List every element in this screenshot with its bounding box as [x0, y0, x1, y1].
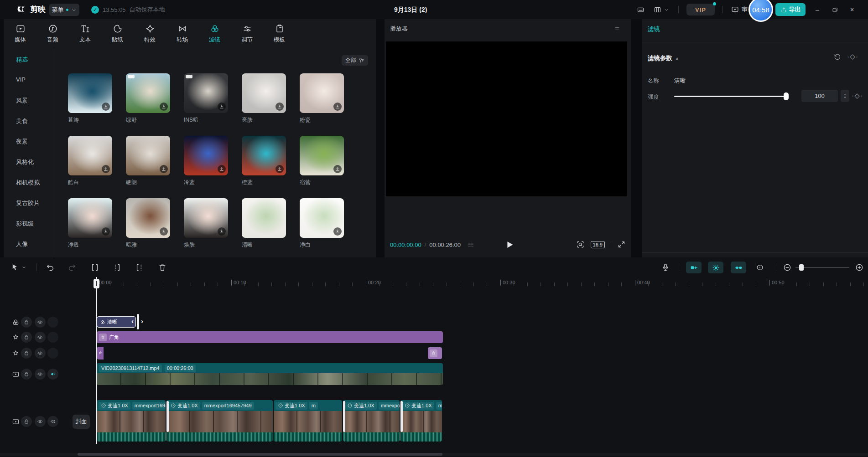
- sidebar-item-VIP[interactable]: VIP: [16, 76, 26, 83]
- filter-card-INS暗[interactable]: INS暗: [184, 73, 228, 124]
- filter-thumbnail[interactable]: [184, 73, 228, 113]
- filter-card-清晰[interactable]: 清晰: [242, 198, 286, 249]
- filter-card-亮肤[interactable]: 亮肤: [242, 73, 286, 124]
- clip-cut-handle[interactable]: [343, 401, 345, 432]
- filter-card-粉瓷[interactable]: 粉瓷: [300, 73, 344, 124]
- download-icon[interactable]: [160, 165, 168, 173]
- download-icon[interactable]: [218, 227, 226, 236]
- sidebar-item-人像[interactable]: 人像: [16, 240, 28, 248]
- layout-caret-icon[interactable]: [664, 6, 669, 14]
- stepper-down-icon[interactable]: ▼: [844, 96, 847, 99]
- zoom-out-icon[interactable]: [783, 263, 792, 272]
- effect-clip-small[interactable]: [428, 347, 442, 359]
- cover-button[interactable]: 封面: [73, 415, 90, 429]
- timer-badge[interactable]: 04:58: [748, 0, 773, 22]
- download-icon[interactable]: [218, 165, 226, 173]
- filter-card-净透[interactable]: 净透: [68, 198, 112, 249]
- download-icon[interactable]: [275, 103, 284, 111]
- filter-card-净白[interactable]: 净白: [300, 198, 344, 249]
- filter-card-绿野[interactable]: 绿野: [126, 73, 170, 124]
- time-ruler[interactable]: [97, 282, 868, 286]
- play-button[interactable]: [504, 239, 515, 250]
- preview-zoom-icon[interactable]: [576, 240, 585, 249]
- filter-thumbnail[interactable]: [242, 73, 286, 113]
- effect-clip-stub[interactable]: [97, 347, 104, 359]
- strength-slider[interactable]: [674, 96, 788, 97]
- download-icon[interactable]: [102, 227, 110, 236]
- auto-snap-toggle[interactable]: [686, 262, 702, 273]
- inspector-tab-filter[interactable]: 滤镜: [648, 25, 660, 33]
- filter-card-冷蓝[interactable]: 冷蓝: [184, 136, 228, 186]
- zoom-in-icon[interactable]: [855, 263, 864, 272]
- filter-card-宿营[interactable]: 宿营: [300, 136, 344, 186]
- filter-thumbnail[interactable]: [126, 198, 170, 238]
- hide-track-button[interactable]: [35, 369, 46, 380]
- download-icon[interactable]: [160, 103, 168, 111]
- tab-调节[interactable]: 调节: [231, 19, 263, 48]
- preview-axis-icon[interactable]: [755, 263, 764, 272]
- filter-thumbnail[interactable]: [68, 136, 112, 175]
- playhead-handle[interactable]: [94, 279, 99, 288]
- download-icon[interactable]: [333, 103, 342, 111]
- hide-track-button[interactable]: [35, 348, 46, 359]
- sidebar-item-精选[interactable]: 精选: [16, 56, 28, 64]
- filter-card-暗雅[interactable]: 暗雅: [126, 198, 170, 249]
- sidebar-item-美食[interactable]: 美食: [16, 117, 28, 125]
- sidebar-item-风景[interactable]: 风景: [16, 97, 28, 105]
- download-icon[interactable]: [333, 165, 342, 173]
- reset-icon[interactable]: [833, 53, 841, 61]
- lock-track-button[interactable]: [21, 369, 32, 380]
- shortcut-keys-icon[interactable]: [636, 6, 645, 14]
- timeline-scrollbar-thumb[interactable]: [78, 453, 442, 456]
- speed-video-clip[interactable]: 变速1.0Xm: [274, 400, 342, 442]
- lock-track-button[interactable]: [21, 416, 32, 427]
- sound-track-button[interactable]: [47, 416, 58, 427]
- tab-模板[interactable]: 模板: [263, 19, 296, 48]
- tab-媒体[interactable]: 媒体: [4, 19, 36, 48]
- quality-list-icon[interactable]: [467, 241, 475, 248]
- keyframe-diamond-icon[interactable]: ◇: [850, 52, 855, 61]
- keyframe-diamond-icon[interactable]: ◇: [854, 92, 860, 100]
- hide-track-button[interactable]: [35, 416, 46, 427]
- select-tool-caret-icon[interactable]: [21, 263, 27, 272]
- hide-track-button[interactable]: [35, 332, 46, 343]
- timeline-scrollbar[interactable]: [0, 453, 868, 456]
- strength-keyframe-control[interactable]: ‹◇›: [852, 92, 862, 100]
- menu-button[interactable]: 菜单: [49, 4, 79, 16]
- minimize-button[interactable]: –: [813, 5, 821, 14]
- video-preview[interactable]: [386, 41, 627, 196]
- trim-handle-left-icon[interactable]: ‹: [131, 317, 134, 325]
- layout-panels-icon[interactable]: [653, 6, 662, 14]
- split-left-icon[interactable]: [112, 263, 121, 272]
- lock-track-button[interactable]: [21, 348, 32, 359]
- filter-thumbnail[interactable]: [68, 198, 112, 238]
- sidebar-item-影视级[interactable]: 影视级: [16, 220, 34, 228]
- close-button[interactable]: ×: [848, 5, 856, 14]
- mute-track-button[interactable]: [47, 369, 58, 380]
- speed-video-clip[interactable]: 变速1.0Xmmexport169457949: [166, 400, 273, 442]
- vip-button[interactable]: VIP: [686, 4, 715, 15]
- download-icon[interactable]: [333, 227, 342, 236]
- record-voiceover-icon[interactable]: [661, 263, 670, 272]
- download-icon[interactable]: [160, 227, 168, 236]
- filter-card-焕肤[interactable]: 焕肤: [184, 198, 228, 249]
- redo-icon[interactable]: [68, 263, 77, 272]
- filter-card-暮涛[interactable]: 暮涛: [68, 73, 112, 124]
- download-icon[interactable]: [102, 165, 110, 173]
- filter-thumbnail[interactable]: [242, 198, 286, 238]
- select-tool-icon[interactable]: [10, 263, 19, 272]
- timeline-zoom-thumb[interactable]: [799, 264, 804, 271]
- clip-cut-handle[interactable]: [166, 401, 169, 432]
- filter-thumbnail[interactable]: [184, 198, 228, 238]
- restore-button[interactable]: [831, 5, 839, 14]
- video-clip[interactable]: VID20230913114712.mp4 00:00:26:00: [97, 363, 443, 385]
- speed-video-clip[interactable]: 变速1.0Xmmexport16945: [97, 400, 166, 442]
- filter-card-酷白[interactable]: 酷白: [68, 136, 112, 186]
- tab-滤镜[interactable]: 滤镜: [198, 19, 231, 48]
- download-icon[interactable]: [218, 103, 226, 111]
- filter-thumbnail[interactable]: [300, 198, 344, 238]
- speed-video-clip[interactable]: 变速1.0Xmmex: [400, 400, 442, 442]
- playhead-line[interactable]: [96, 277, 97, 444]
- filter-thumbnail[interactable]: [300, 73, 344, 113]
- tab-特效[interactable]: 特效: [134, 19, 166, 48]
